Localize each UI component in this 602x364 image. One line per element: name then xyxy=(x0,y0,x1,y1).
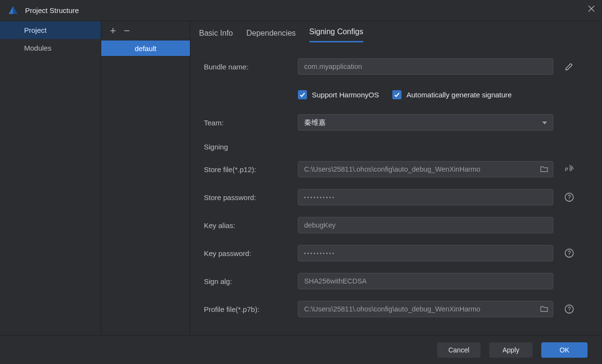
tab-dependencies[interactable]: Dependencies xyxy=(246,29,295,42)
store-password-input[interactable]: •••••••••• xyxy=(298,189,553,205)
cancel-button[interactable]: Cancel xyxy=(437,342,481,358)
profile-file-input[interactable]: C:\Users\25811\.ohos\config\auto_debug_W… xyxy=(298,301,553,317)
window-title: Project Structure xyxy=(25,6,79,14)
key-password-label: Key password: xyxy=(204,249,298,257)
store-password-label: Store password: xyxy=(204,193,298,202)
config-list-panel: + − default xyxy=(101,21,190,335)
key-alias-label: Key alias: xyxy=(204,221,298,229)
fingerprint-icon[interactable] xyxy=(561,164,577,174)
ok-button[interactable]: OK xyxy=(541,342,588,358)
nav-modules[interactable]: Modules xyxy=(0,39,101,57)
tabs: Basic Info Dependencies Signing Configs xyxy=(190,21,602,42)
checkbox-support-harmonyos[interactable]: Support HarmonyOS xyxy=(298,90,379,99)
team-select[interactable]: 秦维嘉 xyxy=(298,114,553,131)
help-icon[interactable]: ? xyxy=(561,248,577,258)
store-file-input[interactable]: C:\Users\25811\.ohos\config\auto_debug_W… xyxy=(298,161,553,177)
checkbox-auto-signature[interactable]: Automatically generate signature xyxy=(392,90,511,99)
close-icon[interactable] xyxy=(588,5,595,14)
bundle-name-input[interactable]: com.myapplication xyxy=(298,58,553,75)
tab-signing-configs[interactable]: Signing Configs xyxy=(309,27,363,42)
svg-text:?: ? xyxy=(568,250,571,256)
edit-bundle-icon[interactable] xyxy=(561,62,577,71)
nav-sidebar: Project Modules xyxy=(0,21,101,335)
sign-alg-label: Sign alg: xyxy=(204,277,298,285)
signing-section-header: Signing xyxy=(204,143,594,151)
sign-alg-input[interactable]: SHA256withECDSA xyxy=(298,273,553,289)
key-password-input[interactable]: •••••••••• xyxy=(298,245,553,261)
help-icon[interactable]: ? xyxy=(561,304,577,314)
svg-text:?: ? xyxy=(568,306,571,312)
app-logo-icon xyxy=(8,5,18,16)
svg-marker-1 xyxy=(13,6,17,14)
folder-icon[interactable] xyxy=(540,305,548,313)
nav-project[interactable]: Project xyxy=(0,21,101,39)
check-icon xyxy=(298,90,307,99)
check-icon xyxy=(392,90,401,99)
tab-basic-info[interactable]: Basic Info xyxy=(199,29,233,42)
checkbox-label: Support HarmonyOS xyxy=(312,91,379,99)
help-icon[interactable]: ? xyxy=(561,192,577,202)
remove-config-icon[interactable]: − xyxy=(124,26,130,36)
config-item-default[interactable]: default xyxy=(101,40,190,56)
store-file-label: Store file(*.p12): xyxy=(204,165,298,174)
team-label: Team: xyxy=(204,119,298,127)
bundle-name-label: Bundle name: xyxy=(204,63,298,71)
add-config-icon[interactable]: + xyxy=(110,26,116,36)
apply-button[interactable]: Apply xyxy=(489,342,533,358)
folder-icon[interactable] xyxy=(540,165,548,174)
key-alias-input[interactable]: debugKey xyxy=(298,217,553,233)
svg-text:?: ? xyxy=(568,194,571,201)
checkbox-label: Automatically generate signature xyxy=(406,91,511,99)
profile-file-label: Profile file(*.p7b): xyxy=(204,305,298,313)
